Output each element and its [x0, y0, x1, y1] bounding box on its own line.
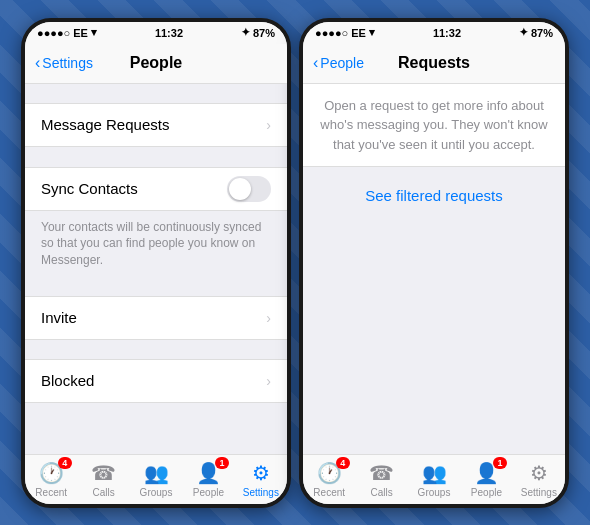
right-status-bar: ●●●●○ EE ▾ 11:32 ✦ 87%: [303, 22, 565, 44]
toggle-knob: [229, 178, 251, 200]
sync-contacts-label: Sync Contacts: [41, 180, 138, 197]
right-nav-title: Requests: [398, 54, 470, 72]
left-content: Message Requests › Sync Contacts Your co…: [25, 84, 287, 454]
right-back-label: People: [320, 55, 364, 71]
right-people-icon: 👤 1: [474, 461, 499, 485]
right-settings-icon: ⚙: [530, 461, 548, 485]
right-recent-badge: 4: [336, 457, 350, 469]
carrier-right: EE: [351, 27, 366, 39]
sync-contacts-item: Sync Contacts: [25, 167, 287, 211]
right-tab-calls[interactable]: ☎ Calls: [355, 461, 407, 498]
people-label: People: [193, 487, 224, 498]
right-back-button[interactable]: ‹ People: [313, 54, 364, 72]
sync-note: Your contacts will be continuously synce…: [25, 211, 287, 277]
people-badge: 1: [215, 457, 229, 469]
right-content: Open a request to get more info about wh…: [303, 84, 565, 454]
blocked-chevron: ›: [266, 373, 271, 389]
blocked-section: Blocked ›: [25, 359, 287, 403]
signal-icon: ●●●●○: [37, 27, 70, 39]
blocked-label: Blocked: [41, 372, 94, 389]
left-back-label: Settings: [42, 55, 93, 71]
groups-label: Groups: [140, 487, 173, 498]
time-left: 11:32: [155, 27, 183, 39]
message-requests-chevron: ›: [266, 117, 271, 133]
bluetooth-icon: ✦: [241, 26, 250, 39]
requests-info-text: Open a request to get more info about wh…: [319, 96, 549, 155]
tab-settings[interactable]: ⚙ Settings: [235, 461, 287, 498]
back-chevron-icon: ‹: [35, 54, 40, 72]
right-people-badge: 1: [493, 457, 507, 469]
right-nav-bar: ‹ People Requests: [303, 44, 565, 84]
message-requests-label: Message Requests: [41, 116, 169, 133]
wifi-icon: ▾: [91, 26, 97, 39]
right-status-left: ●●●●○ EE ▾: [315, 26, 375, 39]
requests-info-section: Open a request to get more info about wh…: [303, 84, 565, 168]
invite-chevron: ›: [266, 310, 271, 326]
recent-badge: 4: [58, 457, 72, 469]
groups-icon: 👥: [144, 461, 169, 485]
right-tab-people[interactable]: 👤 1 People: [460, 461, 512, 498]
signal-icon-right: ●●●●○: [315, 27, 348, 39]
right-tab-groups[interactable]: 👥 Groups: [408, 461, 460, 498]
right-recent-label: Recent: [313, 487, 345, 498]
message-requests-item[interactable]: Message Requests ›: [25, 103, 287, 147]
right-recent-icon: 🕐 4: [317, 461, 342, 485]
recent-icon: 🕐 4: [39, 461, 64, 485]
right-calls-label: Calls: [370, 487, 392, 498]
tab-recent[interactable]: 🕐 4 Recent: [25, 461, 77, 498]
settings-label: Settings: [243, 487, 279, 498]
left-nav-title: People: [130, 54, 182, 72]
sync-contacts-toggle[interactable]: [227, 176, 271, 202]
right-settings-label: Settings: [521, 487, 557, 498]
left-status-bar: ●●●●○ EE ▾ 11:32 ✦ 87%: [25, 22, 287, 44]
invite-item[interactable]: Invite ›: [25, 296, 287, 340]
right-groups-label: Groups: [418, 487, 451, 498]
battery-right: 87%: [531, 27, 553, 39]
people-icon: 👤 1: [196, 461, 221, 485]
blocked-item[interactable]: Blocked ›: [25, 359, 287, 403]
left-status-right: ✦ 87%: [241, 26, 275, 39]
see-filtered-link[interactable]: See filtered requests: [303, 187, 565, 204]
settings-icon: ⚙: [252, 461, 270, 485]
tab-people[interactable]: 👤 1 People: [182, 461, 234, 498]
phones-container: ●●●●○ EE ▾ 11:32 ✦ 87% ‹ Settings People…: [21, 18, 569, 508]
invite-label: Invite: [41, 309, 77, 326]
right-calls-icon: ☎: [369, 461, 394, 485]
time-right: 11:32: [433, 27, 461, 39]
left-tab-bar: 🕐 4 Recent ☎ Calls 👥 Groups 👤 1 People: [25, 454, 287, 504]
right-groups-icon: 👥: [422, 461, 447, 485]
right-tab-settings[interactable]: ⚙ Settings: [513, 461, 565, 498]
right-status-right: ✦ 87%: [519, 26, 553, 39]
right-tab-recent[interactable]: 🕐 4 Recent: [303, 461, 355, 498]
bluetooth-icon-right: ✦: [519, 26, 528, 39]
carrier-left: EE: [73, 27, 88, 39]
right-people-label: People: [471, 487, 502, 498]
sync-contacts-section: Sync Contacts Your contacts will be cont…: [25, 167, 287, 277]
message-requests-section: Message Requests ›: [25, 103, 287, 147]
tab-calls[interactable]: ☎ Calls: [77, 461, 129, 498]
wifi-icon-right: ▾: [369, 26, 375, 39]
left-back-button[interactable]: ‹ Settings: [35, 54, 93, 72]
right-phone: ●●●●○ EE ▾ 11:32 ✦ 87% ‹ People Requests…: [299, 18, 569, 508]
battery-left: 87%: [253, 27, 275, 39]
recent-label: Recent: [35, 487, 67, 498]
left-status-left: ●●●●○ EE ▾: [37, 26, 97, 39]
calls-icon: ☎: [91, 461, 116, 485]
invite-section: Invite ›: [25, 296, 287, 340]
left-phone: ●●●●○ EE ▾ 11:32 ✦ 87% ‹ Settings People…: [21, 18, 291, 508]
right-tab-bar: 🕐 4 Recent ☎ Calls 👥 Groups 👤 1 People: [303, 454, 565, 504]
left-nav-bar: ‹ Settings People: [25, 44, 287, 84]
calls-label: Calls: [92, 487, 114, 498]
tab-groups[interactable]: 👥 Groups: [130, 461, 182, 498]
right-back-chevron-icon: ‹: [313, 54, 318, 72]
